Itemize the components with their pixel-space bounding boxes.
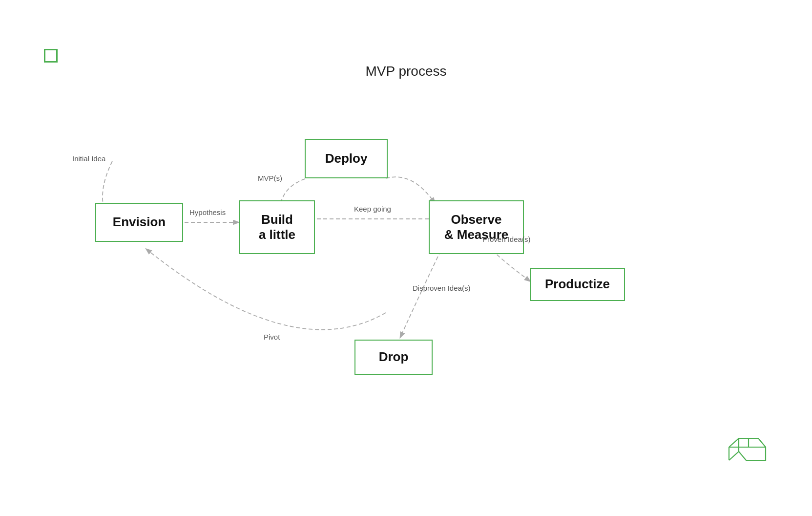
productize-node: Productize [530,268,625,301]
initial-idea-label: Initial Idea [72,154,105,164]
envision-node: Envision [95,203,183,242]
drop-label: Drop [379,349,409,365]
disproven-ideas-label: Disproven Idea(s) [413,283,470,293]
productize-label: Productize [545,277,610,292]
svg-line-3 [729,438,739,447]
cube-icon [724,429,768,472]
build-node: Builda little [239,200,315,254]
envision-label: Envision [113,215,166,230]
observe-node: Observe& Measure [429,200,524,254]
svg-line-5 [729,452,739,460]
mvps-label: MVP(s) [258,173,282,183]
page-title: MVP process [366,64,447,79]
drop-node: Drop [354,340,433,375]
keep-going-label: Keep going [354,204,391,214]
logo-icon [44,49,58,63]
pivot-label: Pivot [264,332,280,342]
hypothesis-label: Hypothesis [189,208,226,217]
deploy-label: Deploy [325,151,368,166]
build-label: Builda little [259,212,295,242]
deploy-node: Deploy [305,139,388,178]
proven-ideas-label: Proven Idea(s) [482,235,530,244]
svg-marker-2 [739,438,766,460]
